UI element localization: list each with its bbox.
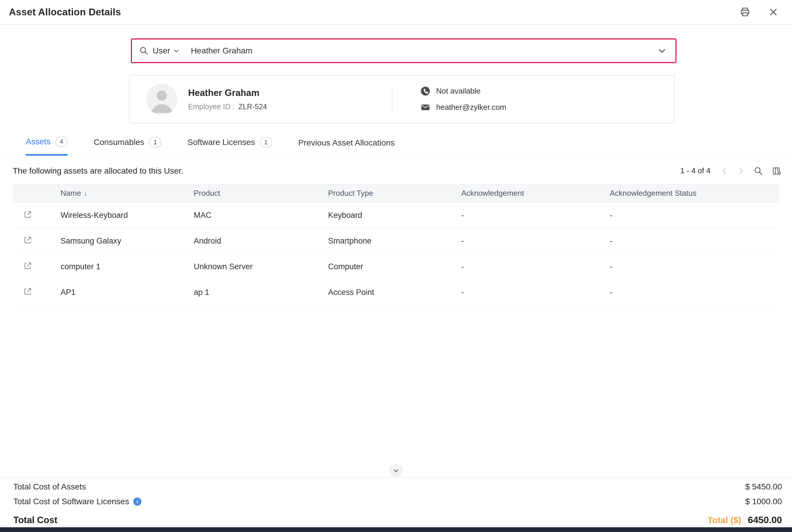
mail-icon [420, 102, 430, 112]
table-row: computer 1 Unknown Server Computer - - [13, 254, 779, 280]
tab-count-badge: 1 [260, 137, 272, 148]
info-icon[interactable] [133, 497, 142, 506]
asset-acknowledgement: - [461, 262, 610, 271]
card-divider [392, 85, 393, 113]
total-currency-label: Total ($) [708, 515, 741, 525]
user-avatar-icon [146, 83, 177, 115]
list-description: The following assets are allocated to th… [13, 166, 183, 176]
asset-name: Samsung Galaxy [60, 236, 194, 246]
close-icon[interactable] [768, 6, 779, 18]
chevron-down-icon[interactable] [658, 46, 666, 55]
list-controls: 1 - 4 of 4 [680, 166, 781, 176]
print-icon[interactable] [739, 6, 751, 18]
column-label: Name [60, 189, 81, 197]
assets-cost-value: $ 5450.00 [745, 482, 782, 492]
email-value: heather@zylker.com [436, 103, 506, 112]
tab-consumables[interactable]: Consumables 1 [94, 137, 161, 155]
user-meta: Heather Graham Employee ID : ZLR-524 [188, 88, 392, 111]
licenses-cost-label: Total Cost of Software Licenses [13, 497, 129, 506]
table-row: Samsung Galaxy Android Smartphone - - [13, 228, 779, 254]
licenses-cost-value: $ 1000.00 [745, 497, 782, 506]
asset-name: AP1 [60, 288, 194, 297]
asset-acknowledgement: - [461, 211, 610, 220]
column-header-name[interactable]: Name↓ [60, 189, 194, 198]
tab-previous-asset-allocations[interactable]: Previous Asset Allocations [298, 138, 395, 155]
user-name: Heather Graham [188, 88, 392, 98]
page-title: Asset Allocation Details [9, 6, 121, 18]
total-cost-label: Total Cost [13, 515, 57, 526]
tab-count-badge: 1 [149, 137, 161, 148]
total-cost-right: Total ($) 6450.00 [708, 515, 782, 526]
asset-product-type: Keyboard [328, 211, 461, 220]
employee-id-label: Employee ID : [188, 102, 234, 111]
external-link-icon[interactable] [23, 235, 32, 244]
search-entity-selector[interactable]: User [153, 46, 170, 56]
column-chooser-icon[interactable] [772, 166, 781, 176]
dialog-header: Asset Allocation Details [0, 0, 792, 25]
column-header-product[interactable]: Product [194, 189, 328, 198]
external-link-icon[interactable] [23, 287, 32, 296]
column-header-product-type[interactable]: Product Type [328, 189, 461, 198]
list-header: The following assets are allocated to th… [13, 166, 781, 176]
tab-label: Previous Asset Allocations [298, 138, 395, 148]
search-value[interactable]: Heather Graham [191, 46, 252, 56]
tab-count-badge: 4 [55, 136, 68, 147]
tab-label: Assets [26, 137, 51, 147]
user-search-section: User Heather Graham [131, 38, 677, 63]
table-row: Wireless-Keyboard MAC Keyboard - - [13, 203, 779, 228]
user-search-combobox[interactable]: User Heather Graham [131, 38, 677, 63]
column-header-acknowledgement-status[interactable]: Acknowledgement Status [610, 189, 779, 198]
expand-chevron-icon[interactable] [390, 464, 402, 477]
table-header-row: Name↓ Product Product Type Acknowledgeme… [13, 184, 779, 203]
user-details-card: Heather Graham Employee ID : ZLR-524 Not… [129, 75, 675, 124]
asset-name: Wireless-Keyboard [60, 211, 194, 220]
asset-product: Android [194, 236, 328, 246]
column-header-acknowledgement[interactable]: Acknowledgement [461, 189, 610, 198]
asset-acknowledgement-status: - [610, 211, 779, 220]
asset-acknowledgement: - [461, 288, 610, 297]
asset-product-type: Access Point [328, 288, 461, 297]
search-icon[interactable] [754, 166, 763, 176]
chevron-left-icon[interactable] [720, 167, 728, 175]
tab-label: Software Licenses [188, 137, 255, 147]
assets-cost-row: Total Cost of Assets $ 5450.00 [13, 482, 782, 492]
external-link-icon[interactable] [23, 261, 32, 270]
asset-product-type: Smartphone [328, 236, 461, 246]
assets-cost-label: Total Cost of Assets [13, 482, 86, 492]
asset-product: ap 1 [194, 288, 328, 297]
assets-table: Name↓ Product Product Type Acknowledgeme… [13, 184, 779, 306]
total-cost-value: 6450.00 [748, 515, 782, 526]
total-cost-row: Total Cost Total ($) 6450.00 [13, 515, 782, 526]
asset-product: MAC [194, 211, 328, 220]
asset-product-type: Computer [328, 262, 461, 271]
phone-value: Not available [436, 87, 480, 96]
table-row: AP1 ap 1 Access Point - - [13, 280, 779, 306]
tab-label: Consumables [94, 137, 144, 147]
tab-assets[interactable]: Assets 4 [26, 136, 68, 156]
search-icon [139, 46, 149, 56]
asset-acknowledgement-status: - [610, 288, 779, 297]
phone-row: Not available [420, 86, 506, 96]
licenses-cost-row: Total Cost of Software Licenses $ 1000.0… [13, 497, 782, 506]
chevron-down-icon[interactable] [173, 48, 180, 54]
asset-acknowledgement: - [461, 236, 610, 246]
asset-allocation-dialog: Asset Allocation Details User [0, 0, 792, 532]
pagination-text: 1 - 4 of 4 [680, 166, 711, 175]
employee-id-value: ZLR-524 [238, 102, 267, 111]
sort-descending-icon: ↓ [84, 190, 88, 197]
email-row: heather@zylker.com [420, 102, 506, 112]
header-actions [739, 6, 779, 18]
asset-product: Unknown Server [194, 262, 328, 271]
employee-id: Employee ID : ZLR-524 [188, 102, 392, 111]
contact-info: Not available heather@zylker.com [420, 86, 506, 112]
tab-bar: Assets 4 Consumables 1 Software Licenses… [0, 136, 792, 155]
asset-acknowledgement-status: - [610, 236, 779, 246]
cost-summary: Total Cost of Assets $ 5450.00 Total Cos… [0, 478, 792, 526]
asset-name: computer 1 [60, 262, 194, 271]
footer-strip [0, 527, 792, 532]
external-link-icon[interactable] [23, 210, 32, 219]
asset-acknowledgement-status: - [610, 262, 779, 271]
chevron-right-icon[interactable] [737, 167, 745, 175]
tab-software-licenses[interactable]: Software Licenses 1 [188, 137, 272, 155]
phone-icon [420, 86, 430, 96]
